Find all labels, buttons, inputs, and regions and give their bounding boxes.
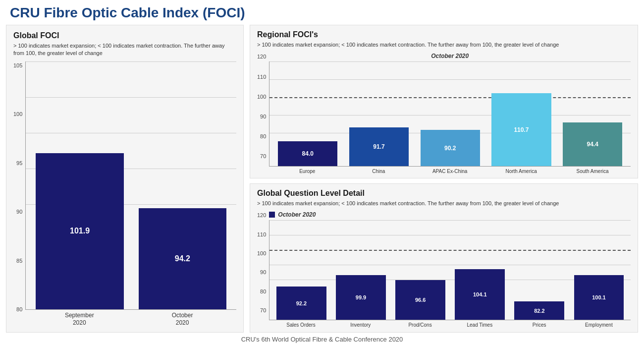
gqy-120: 120 [257, 212, 266, 218]
main-container: CRU Fibre Optic Cable Index (FOCI) Globa… [0, 0, 644, 345]
bar-sep: 101.9 [36, 153, 123, 309]
rbar-sa: 94.4 [563, 122, 622, 166]
bar-group-sep: 101.9 [36, 153, 123, 309]
bbar-pc: 96.6 [395, 280, 445, 320]
bbar-emp: 100.1 [574, 275, 624, 320]
y-label-105: 105 [13, 62, 22, 68]
bbar-group-inv: 99.9 [333, 275, 388, 320]
y-label-80: 80 [16, 306, 22, 312]
gqy-100: 100 [257, 250, 266, 256]
rbar-na: 110.7 [491, 93, 551, 166]
bbar-group-so: 92.2 [273, 287, 329, 320]
bar-label-sep: September2020 [35, 312, 123, 327]
ry-110: 110 [257, 74, 266, 80]
gqy-80: 80 [260, 288, 266, 294]
grid-100 [26, 97, 236, 98]
page-title: CRU Fibre Optic Cable Index (FOCI) [0, 0, 644, 25]
footer-text: CRU's 6th World Optical Fibre & Cable Co… [241, 336, 403, 343]
rlabel-europe: Europe [274, 169, 340, 174]
rbar-europe-val: 84.0 [302, 150, 314, 157]
regional-bar-apac: 90.2 [417, 130, 483, 166]
y-label-95: 95 [16, 160, 22, 166]
bbar-group-lt: 104.1 [452, 269, 508, 320]
regional-foci-subtitle: > 100 indicates market expansion; < 100 … [257, 41, 631, 49]
rlabel-apac: APAC Ex-China [417, 169, 483, 174]
bbar-inv-val: 99.9 [356, 294, 366, 300]
ry-80: 80 [260, 133, 266, 139]
regional-bar-china: 91.7 [346, 127, 412, 166]
blabel-pc: Prod/Cons [392, 322, 448, 328]
regional-bars-plot: October 2020 [269, 53, 631, 174]
regional-foci-title: Regional FOCI's [257, 30, 631, 39]
rbar-apac: 90.2 [421, 130, 480, 166]
rbar-na-val: 110.7 [514, 126, 529, 133]
bbar-so-val: 92.2 [296, 300, 307, 306]
y-label-100: 100 [13, 111, 22, 117]
gq-y-axis: 120 110 100 90 80 70 [257, 211, 269, 328]
rgrid-110 [269, 79, 631, 80]
global-question-panel: Global Question Level Detail > 100 indic… [250, 183, 638, 333]
regional-y-axis: 120 110 100 90 80 70 [257, 53, 269, 174]
global-chart-inner: 105 100 95 90 85 80 [13, 61, 236, 327]
rlabel-china: China [345, 169, 412, 174]
bar-group-oct: 94.2 [139, 208, 226, 309]
rgrid-100-dashed [269, 97, 631, 98]
blabel-lt: Lead Times [452, 322, 507, 328]
rbar-china: 91.7 [349, 127, 409, 166]
grid-95 [26, 133, 236, 133]
gqy-90: 90 [260, 269, 266, 275]
bar-oct-value: 94.2 [175, 254, 190, 263]
footer: CRU's 6th World Optical Fibre & Cable Co… [0, 333, 644, 345]
ry-70: 70 [260, 153, 266, 159]
gq-subtitle: > 100 indicates market expansion; < 100 … [257, 200, 631, 207]
gq-legend: October 2020 [269, 211, 631, 218]
y-label-85: 85 [16, 258, 22, 264]
blabel-emp: Employment [571, 322, 627, 328]
legend-square [269, 212, 275, 218]
bar-sep-value: 101.9 [70, 227, 90, 235]
bottom-bar-labels: Sales Orders Inventory Prod/Cons Lead Ti… [269, 322, 631, 328]
bottom-chart: 120 110 100 90 80 70 October 2020 [257, 211, 631, 328]
bbar-pc-val: 96.6 [415, 297, 426, 303]
rlabel-sa: South America [559, 169, 626, 174]
global-foci-subtitle: > 100 indicates market expansion; < 100 … [13, 42, 236, 58]
rbar-apac-val: 90.2 [444, 145, 456, 152]
global-bar-labels: September2020 October2020 [25, 312, 236, 327]
bbar-group-emp: 100.1 [571, 275, 627, 320]
y-label-90: 90 [16, 209, 22, 215]
blabel-pr: Prices [511, 322, 567, 328]
bbar-inv: 99.9 [336, 275, 386, 320]
regional-bar-na: 110.7 [488, 93, 555, 166]
grid-105 [26, 61, 236, 62]
bottom-bars-plot: October 2020 92.2 [269, 211, 631, 328]
rbar-china-val: 91.7 [373, 143, 384, 150]
global-foci-panel: Global FOCI > 100 indicates market expan… [6, 25, 244, 333]
global-y-axis: 105 100 95 90 85 80 [13, 61, 25, 327]
blabel-inv: Inventory [333, 322, 388, 328]
bgrid-90 [269, 265, 631, 265]
gq-legend-text: October 2020 [278, 211, 316, 218]
bbar-lt: 104.1 [455, 269, 505, 320]
global-foci-title: Global FOCI [13, 31, 236, 40]
rgrid-120 [269, 61, 631, 62]
bar-oct: 94.2 [139, 208, 226, 309]
bbar-group-pc: 96.6 [393, 280, 448, 320]
global-foci-chart: 105 100 95 90 85 80 [13, 61, 236, 327]
rbar-europe: 84.0 [278, 141, 337, 166]
bbar-so: 92.2 [276, 287, 326, 320]
global-bars-container: 101.9 94.2 September2020 [25, 61, 236, 327]
ry-120: 120 [257, 54, 266, 59]
ry-90: 90 [260, 114, 266, 119]
regional-bar-sa: 94.4 [559, 122, 626, 166]
rbar-sa-val: 94.4 [587, 141, 598, 148]
regional-chart: 120 110 100 90 80 70 October 2020 [257, 53, 631, 174]
rgrid-90 [269, 115, 631, 115]
gqy-70: 70 [260, 307, 266, 313]
gqy-110: 110 [257, 231, 266, 237]
bbar-lt-val: 104.1 [473, 291, 487, 297]
bbar-pr: 82.2 [514, 301, 564, 320]
bgrid-100 [269, 250, 631, 251]
right-panel: Regional FOCI's > 100 indicates market e… [250, 25, 638, 333]
bbar-group-pr: 82.2 [512, 301, 567, 320]
content-area: Global FOCI > 100 indicates market expan… [0, 25, 644, 333]
